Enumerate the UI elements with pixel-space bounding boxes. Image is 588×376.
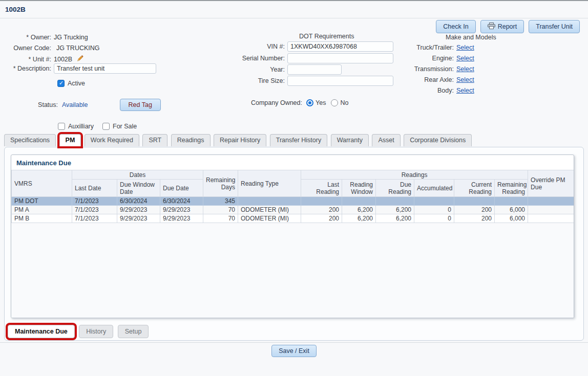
cell: [414, 197, 454, 206]
tab-readings[interactable]: Readings: [171, 134, 211, 146]
transfer-unit-button[interactable]: Transfer Unit: [529, 20, 580, 33]
company-owned-no-radio[interactable]: [331, 99, 338, 106]
col-group-dates: Dates: [72, 170, 203, 180]
company-owned-yes-label: Yes: [316, 99, 326, 106]
subtab-setup[interactable]: Setup: [118, 325, 149, 338]
col-last-reading: Last Reading: [301, 180, 342, 197]
company-owned-yes-radio[interactable]: [306, 99, 313, 106]
table-row-pm-a[interactable]: PM A 7/1/2023 9/29/2023 9/29/2023 70 ODO…: [12, 206, 575, 214]
printer-icon: [488, 23, 495, 31]
engine-label: Engine:: [369, 55, 454, 62]
tab-srt[interactable]: SRT: [142, 134, 167, 146]
cell: 6,000: [495, 206, 528, 214]
maintenance-due-table: VMRS Dates Remaining Days Reading Type R…: [11, 170, 574, 223]
cell: 7/1/2023: [72, 206, 117, 214]
truck-trailer-select-link[interactable]: Select: [456, 44, 474, 51]
owner-label: * Owner:: [0, 34, 51, 41]
toolbar: Check In Report Transfer Unit: [436, 20, 580, 33]
report-button[interactable]: Report: [480, 20, 524, 33]
save-exit-button[interactable]: Save / Exit: [271, 345, 317, 357]
table-row-pm-dot[interactable]: PM DOT 7/1/2023 6/30/2024 6/30/2024 345: [12, 197, 575, 206]
tab-specifications[interactable]: Specifications: [4, 134, 56, 146]
cell: PM B: [12, 214, 72, 223]
cell: [454, 197, 495, 206]
body-select-link[interactable]: Select: [456, 87, 474, 94]
cell: 9/29/2023: [117, 206, 160, 214]
table-empty-area: [11, 223, 574, 318]
cell: 7/1/2023: [72, 214, 117, 223]
page-title: 1002B: [0, 1, 588, 13]
cell: 200: [301, 206, 342, 214]
year-input[interactable]: [287, 64, 342, 75]
company-owned-label: Company Owned:: [225, 99, 302, 106]
tab-asset[interactable]: Asset: [372, 134, 400, 146]
red-tag-button[interactable]: Red Tag: [120, 99, 161, 111]
col-reading-type: Reading Type: [238, 170, 301, 197]
tab-repair-history[interactable]: Repair History: [214, 134, 266, 146]
cell: 6,200: [342, 214, 376, 223]
tab-transfer-history[interactable]: Transfer History: [270, 134, 327, 146]
cell: [528, 197, 574, 206]
cell: [238, 197, 301, 206]
cell: 200: [454, 214, 495, 223]
main-tab-bar: Specifications PM Work Required SRT Read…: [0, 134, 588, 147]
table-row-pm-b[interactable]: PM B 7/1/2023 9/29/2023 9/29/2023 70 ODO…: [12, 214, 575, 223]
tab-warranty[interactable]: Warranty: [331, 134, 369, 146]
col-accumulated: Accumulated: [414, 180, 454, 197]
unit-detail-window: 1002B Check In Report Transfer Unit: [0, 0, 588, 376]
col-group-readings: Readings: [301, 170, 528, 180]
cell: 6,200: [342, 206, 376, 214]
description-input[interactable]: [54, 63, 156, 74]
cell: [528, 214, 574, 223]
cell: 7/1/2023: [72, 197, 117, 206]
cell: 9/29/2023: [117, 214, 160, 223]
active-checkbox[interactable]: [57, 80, 65, 87]
truck-trailer-label: Truck/Trailer:: [369, 44, 454, 51]
cell: 9/29/2023: [160, 206, 203, 214]
for-sale-label: For Sale: [113, 123, 137, 130]
maintenance-due-panel: Maintenance Due VMRS Dates Remaining Day…: [11, 154, 574, 318]
col-reading-window: Reading Window: [342, 180, 376, 197]
owner-code-label: Owner Code:: [0, 45, 51, 52]
subtab-maintenance-due[interactable]: Maintenance Due: [8, 325, 75, 338]
cell: ODOMETER (MI): [238, 206, 301, 214]
make-models-heading: Make and Models: [446, 34, 496, 41]
cell: [495, 197, 528, 206]
unit-number-value: 1002B: [54, 56, 72, 63]
cell: 9/29/2023: [160, 214, 203, 223]
cell: PM A: [12, 206, 72, 214]
cell: 70: [203, 206, 238, 214]
subtab-history[interactable]: History: [79, 325, 113, 338]
cell: PM DOT: [12, 197, 72, 206]
owner-value: JG Trucking: [54, 34, 88, 41]
col-due-window-date: Due Window Date: [117, 180, 160, 197]
vin-label: VIN #:: [225, 43, 285, 50]
footer: Save / Exit: [0, 345, 588, 357]
engine-select-link[interactable]: Select: [456, 55, 474, 62]
edit-pencil-icon[interactable]: [76, 55, 84, 64]
cell: 6/30/2024: [160, 197, 203, 206]
cell: [376, 197, 414, 206]
col-due-reading: Due Reading: [376, 180, 414, 197]
unit-number-label: * Unit #:: [0, 56, 51, 63]
rear-axle-select-link[interactable]: Select: [456, 76, 474, 83]
cell: [301, 197, 342, 206]
transmission-select-link[interactable]: Select: [456, 65, 474, 73]
for-sale-checkbox[interactable]: [102, 123, 110, 130]
cell: 6,200: [376, 206, 414, 214]
cell: 6,200: [376, 214, 414, 223]
cell: 345: [203, 197, 238, 206]
cell: 0: [414, 214, 454, 223]
save-exit-label: Save / Exit: [279, 347, 309, 355]
company-owned-no-label: No: [340, 99, 348, 106]
tab-work-required[interactable]: Work Required: [85, 134, 139, 146]
cell: [528, 206, 574, 214]
check-in-label: Check In: [443, 23, 468, 30]
tab-pm[interactable]: PM: [59, 134, 81, 146]
red-tag-label: Red Tag: [129, 101, 152, 108]
cell: 6,000: [495, 214, 528, 223]
tab-corporate-divisions[interactable]: Corporate Divisions: [404, 134, 472, 146]
check-in-button[interactable]: Check In: [436, 20, 475, 33]
auxilliary-checkbox[interactable]: [58, 123, 65, 130]
description-label: * Description:: [0, 65, 51, 72]
